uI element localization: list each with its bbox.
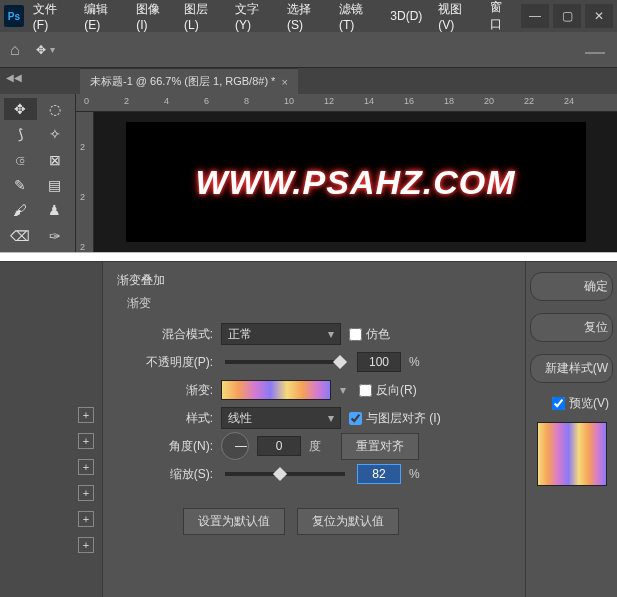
scale-label: 缩放(S): (123, 466, 213, 483)
scale-slider[interactable] (225, 472, 345, 476)
add-effect-button[interactable]: + (78, 407, 94, 423)
scale-input[interactable] (357, 464, 401, 484)
options-divider (585, 52, 605, 54)
angle-unit: 度 (309, 438, 321, 455)
percent-unit: % (409, 355, 420, 369)
canvas[interactable]: WWW.PSAHZ.COM (94, 112, 617, 252)
menu-filter[interactable]: 滤镜(T) (332, 0, 381, 38)
lasso-tool[interactable]: ⟆ (4, 123, 37, 145)
eraser-tool[interactable]: ⌫ (4, 225, 37, 247)
style-list-panel: + + + + + + (0, 262, 103, 597)
new-style-button[interactable]: 新建样式(W (530, 354, 613, 383)
menu-image[interactable]: 图像(I) (129, 0, 175, 38)
artboard: WWW.PSAHZ.COM (126, 122, 586, 242)
ruler-vertical: 2 2 2 (76, 112, 94, 252)
move-tool-option[interactable]: ✥ ▾ (32, 39, 59, 61)
opacity-input[interactable] (357, 352, 401, 372)
style-dropdown[interactable]: 线性 (221, 407, 341, 429)
dither-checkbox[interactable]: 仿色 (349, 326, 390, 343)
menu-type[interactable]: 文字(Y) (228, 0, 278, 38)
opacity-slider[interactable] (225, 360, 345, 364)
add-effect-button[interactable]: + (78, 485, 94, 501)
gradient-overlay-panel: 渐变叠加 渐变 混合模式: 正常 仿色 不透明度(P): % 渐变: 反向(R)… (103, 262, 525, 597)
pen-tool[interactable]: ✑ (39, 225, 72, 247)
reset-align-button[interactable]: 重置对齐 (341, 433, 419, 460)
set-default-button[interactable]: 设置为默认值 (183, 508, 285, 535)
close-tab-icon[interactable]: × (281, 76, 287, 88)
app-logo: Ps (4, 5, 24, 27)
canvas-text-layer: WWW.PSAHZ.COM (195, 163, 515, 202)
menubar: Ps 文件(F) 编辑(E) 图像(I) 图层(L) 文字(Y) 选择(S) 滤… (0, 0, 617, 32)
move-tool[interactable]: ✥ (4, 98, 37, 120)
menu-select[interactable]: 选择(S) (280, 0, 330, 38)
percent-unit: % (409, 467, 420, 481)
reverse-checkbox[interactable]: 反向(R) (359, 382, 417, 399)
brush-tool[interactable]: 🖌 (4, 199, 37, 221)
marquee-tool[interactable]: ◌ (39, 98, 72, 120)
add-effect-button[interactable]: + (78, 511, 94, 527)
reset-default-button[interactable]: 复位为默认值 (297, 508, 399, 535)
home-icon[interactable]: ⌂ (10, 41, 20, 59)
magic-wand-tool[interactable]: ✧ (39, 123, 72, 145)
add-effect-button[interactable]: + (78, 433, 94, 449)
crop-tool[interactable]: ⟃ (4, 149, 37, 171)
toolbox: ✥ ◌ ⟆ ✧ ⟃ ⊠ ✎ ▤ 🖌 ♟ ⌫ ✑ (0, 94, 76, 252)
ruler-horizontal: 0 2 4 6 8 10 12 14 16 18 20 22 24 (76, 94, 617, 112)
angle-input[interactable] (257, 436, 301, 456)
angle-label: 角度(N): (123, 438, 213, 455)
window-maximize-button[interactable]: ▢ (553, 4, 581, 28)
menu-layer[interactable]: 图层(L) (177, 0, 226, 38)
ok-button[interactable]: 确定 (530, 272, 613, 301)
gradient-picker[interactable] (221, 380, 331, 400)
preview-checkbox[interactable]: 预览(V) (534, 395, 609, 412)
menu-3d[interactable]: 3D(D) (383, 3, 429, 29)
menu-file[interactable]: 文件(F) (26, 0, 75, 38)
document-tab[interactable]: 未标题-1 @ 66.7% (图层 1, RGB/8#) * × (80, 68, 298, 94)
stamp-tool[interactable]: ♟ (39, 199, 72, 221)
style-label: 样式: (123, 410, 213, 427)
document-tab-title: 未标题-1 @ 66.7% (图层 1, RGB/8#) * (90, 74, 275, 89)
add-effect-button[interactable]: + (78, 459, 94, 475)
document-tabs: ◀◀ 未标题-1 @ 66.7% (图层 1, RGB/8#) * × (0, 68, 617, 94)
ruler-tool[interactable]: ▤ (39, 174, 72, 196)
menu-edit[interactable]: 编辑(E) (77, 0, 127, 38)
preview-swatch (537, 422, 607, 486)
align-checkbox[interactable]: 与图层对齐 (I) (349, 410, 441, 427)
gradient-label: 渐变: (123, 382, 213, 399)
window-close-button[interactable]: ✕ (585, 4, 613, 28)
blend-mode-label: 混合模式: (123, 326, 213, 343)
cancel-button[interactable]: 复位 (530, 313, 613, 342)
angle-dial[interactable] (221, 432, 249, 460)
opacity-label: 不透明度(P): (123, 354, 213, 371)
section-title: 渐变叠加 (117, 272, 505, 289)
blend-mode-dropdown[interactable]: 正常 (221, 323, 341, 345)
add-effect-button[interactable]: + (78, 537, 94, 553)
dialog-buttons-panel: 确定 复位 新建样式(W 预览(V) (525, 262, 617, 597)
layer-style-dialog: + + + + + + 渐变叠加 渐变 混合模式: 正常 仿色 不透明度(P):… (0, 261, 617, 597)
subsection-title: 渐变 (127, 295, 505, 312)
eyedropper-tool[interactable]: ✎ (4, 174, 37, 196)
menu-window[interactable]: 窗口 (483, 0, 519, 39)
collapse-icon[interactable]: ◀◀ (6, 72, 22, 83)
window-minimize-button[interactable]: — (521, 4, 549, 28)
frame-tool[interactable]: ⊠ (39, 149, 72, 171)
menu-view[interactable]: 视图(V) (431, 0, 481, 38)
